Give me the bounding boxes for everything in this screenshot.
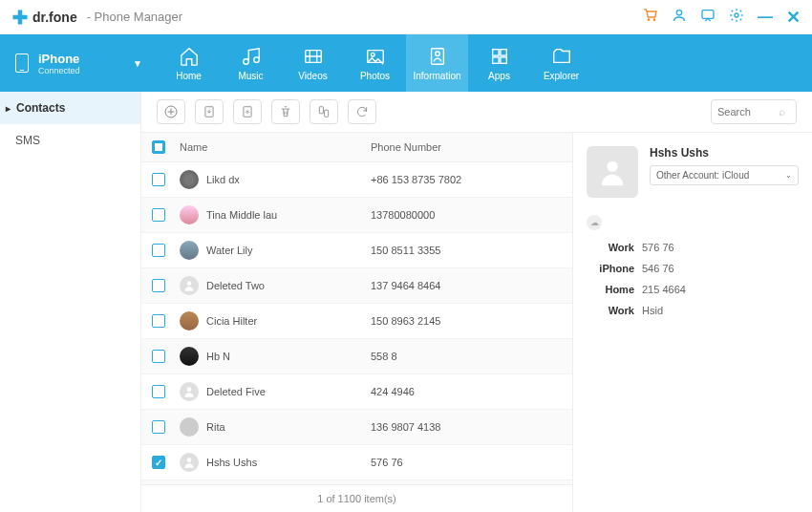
svg-point-19: [187, 281, 192, 286]
detail-header: Hshs Ushs Other Account: iCloud ⌄: [587, 146, 799, 198]
row-checkbox[interactable]: [152, 208, 165, 222]
row-checkbox[interactable]: [152, 314, 165, 328]
table-row[interactable]: Hb N558 8: [141, 339, 572, 374]
table-header: Name Phone Number: [141, 133, 572, 162]
contact-phone: 137 9464 8464: [371, 280, 440, 291]
contact-phone: 424 4946: [371, 386, 415, 397]
nav-tab-videos[interactable]: Videos: [282, 34, 344, 92]
svg-rect-17: [319, 107, 323, 114]
minimize-icon[interactable]: —: [758, 9, 773, 26]
table-row[interactable]: Water Lily150 8511 3355: [141, 233, 572, 268]
nav-tab-home[interactable]: Home: [158, 34, 220, 92]
detail-field: WorkHsid: [587, 305, 799, 316]
table-row[interactable]: Rita136 9807 4138: [141, 410, 572, 445]
cart-icon[interactable]: [643, 8, 658, 27]
app-subtitle: - Phone Manager: [87, 10, 182, 24]
table-row[interactable]: Deleted Five424 4946: [141, 374, 572, 410]
row-checkbox[interactable]: [152, 420, 165, 434]
svg-point-7: [371, 53, 374, 56]
table-footer: 1 of 1100 item(s): [141, 484, 572, 512]
nav-tab-label: Videos: [298, 71, 327, 81]
row-checkbox[interactable]: [152, 173, 165, 186]
add-button[interactable]: [157, 99, 185, 124]
import-button[interactable]: [195, 99, 224, 124]
nav-tab-photos[interactable]: Photos: [344, 34, 406, 92]
search-box[interactable]: ⌕: [711, 99, 797, 124]
device-selector[interactable]: iPhone Connected ▼: [0, 52, 158, 75]
nav-tab-music[interactable]: Music: [220, 34, 282, 92]
feedback-icon[interactable]: [700, 8, 716, 27]
settings-icon[interactable]: [729, 8, 744, 27]
table-row[interactable]: Cicia Hilter150 8963 2145: [141, 304, 572, 339]
sidebar-item-contacts[interactable]: Contacts: [0, 92, 140, 124]
svg-point-9: [435, 51, 439, 55]
detail-avatar: [587, 146, 638, 198]
row-checkbox[interactable]: [152, 279, 165, 292]
search-input[interactable]: [717, 106, 775, 117]
user-icon[interactable]: [672, 8, 687, 27]
row-checkbox[interactable]: [152, 456, 165, 469]
home-icon: [179, 46, 200, 67]
svg-rect-13: [500, 56, 505, 62]
apps-icon: [489, 46, 510, 67]
nav-tab-apps[interactable]: Apps: [468, 34, 530, 92]
svg-rect-1: [13, 14, 28, 19]
column-header-phone[interactable]: Phone Number: [367, 133, 572, 161]
row-checkbox[interactable]: [152, 385, 165, 398]
refresh-button[interactable]: [348, 99, 376, 124]
content-body: Name Phone Number Likd dx+86 153 8735 78…: [141, 132, 812, 512]
detail-fields: Work576 76iPhone546 76Home215 4664WorkHs…: [587, 242, 799, 316]
account-select[interactable]: Other Account: iCloud ⌄: [650, 165, 799, 185]
svg-rect-3: [702, 10, 714, 18]
svg-rect-11: [500, 49, 505, 54]
titlebar: dr.fone - Phone Manager — ✕: [0, 0, 812, 34]
column-header-name[interactable]: Name: [176, 133, 367, 161]
table-row[interactable]: Likd dx+86 153 8735 7802: [141, 162, 572, 198]
contact-phone: 13780080000: [371, 209, 435, 221]
nav-tab-label: Music: [238, 71, 263, 81]
field-label: Work: [587, 242, 634, 253]
field-value: 576 76: [642, 242, 674, 253]
device-info: iPhone Connected: [38, 52, 80, 75]
delete-button[interactable]: [271, 99, 300, 124]
contact-avatar: [180, 347, 199, 366]
nav-tabs: HomeMusicVideosPhotosInformationAppsExpl…: [158, 34, 592, 92]
contact-name: Hb N: [206, 351, 230, 362]
contact-avatar: [180, 276, 199, 295]
contact-avatar: [180, 311, 199, 331]
row-checkbox[interactable]: [152, 350, 165, 363]
phone-icon: [15, 53, 29, 73]
brand-text: dr.fone: [32, 10, 77, 25]
photos-icon: [365, 46, 386, 67]
search-icon: ⌕: [779, 105, 785, 118]
contact-detail: Hshs Ushs Other Account: iCloud ⌄ ☁ Work…: [573, 133, 812, 512]
table-row[interactable]: Deleted Two137 9464 8464: [141, 268, 572, 304]
contact-name: Deleted Five: [206, 386, 266, 397]
nav-tab-explorer[interactable]: Explorer: [530, 34, 592, 92]
svg-point-4: [735, 13, 738, 17]
select-all-checkbox[interactable]: [152, 140, 165, 154]
transfer-button[interactable]: [310, 99, 338, 124]
nav-tab-label: Home: [176, 71, 202, 81]
content: ⌕ Name Phone Number Likd dx+86 153 8735 …: [141, 92, 812, 512]
videos-icon: [303, 46, 324, 67]
field-label: Work: [587, 305, 634, 316]
sidebar-item-sms[interactable]: SMS: [0, 124, 140, 157]
contact-name: Water Lily: [206, 245, 253, 256]
navbar: iPhone Connected ▼ HomeMusicVideosPhotos…: [0, 34, 812, 92]
table-row[interactable]: Hshs Ushs576 76: [141, 445, 572, 480]
nav-tab-information[interactable]: Information: [406, 34, 468, 92]
nav-tab-label: Apps: [488, 71, 510, 81]
nav-tab-label: Explorer: [544, 71, 579, 81]
row-checkbox[interactable]: [152, 244, 165, 257]
export-button[interactable]: [233, 99, 262, 124]
field-value: 215 4664: [642, 284, 686, 295]
information-icon: [427, 46, 448, 67]
contact-name: Deleted Two: [206, 280, 265, 291]
table-row[interactable]: Tina Middle lau13780080000: [141, 198, 572, 233]
contact-avatar: [180, 453, 199, 472]
account-label: Other Account: iCloud: [656, 170, 749, 181]
field-value: 546 76: [642, 263, 674, 274]
contact-avatar: [180, 382, 199, 401]
close-icon[interactable]: ✕: [786, 7, 801, 28]
